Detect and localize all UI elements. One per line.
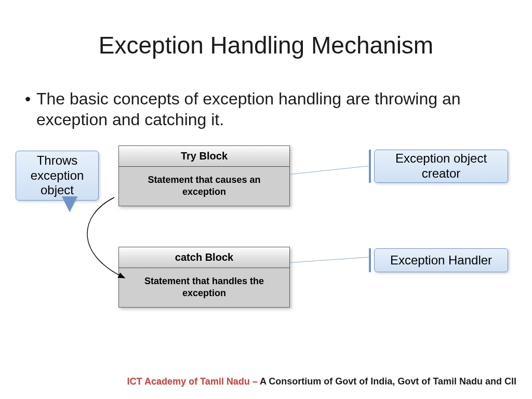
connector-line (290, 257, 369, 263)
footer-org: ICT Academy of Tamil Nadu – (127, 376, 260, 387)
vertical-bar-icon (369, 150, 371, 183)
try-block-header: Try Block (119, 146, 289, 167)
footer-credit: ICT Academy of Tamil Nadu – A Consortium… (127, 375, 516, 388)
box-exception-creator: Exception object creator (374, 150, 508, 183)
callout-throws-exception: Throws exception object (16, 151, 99, 201)
box-exception-handler: Exception Handler (374, 248, 508, 272)
vertical-bar-icon (369, 248, 371, 272)
slide-title: Exception Handling Mechanism (0, 31, 532, 59)
footer-rest: A Consortium of Govt of India, Govt of T… (260, 376, 516, 387)
connector-line (290, 166, 368, 175)
arrow-curve-icon (73, 197, 156, 286)
bullet-text: The basic concepts of exception handling… (36, 88, 501, 130)
